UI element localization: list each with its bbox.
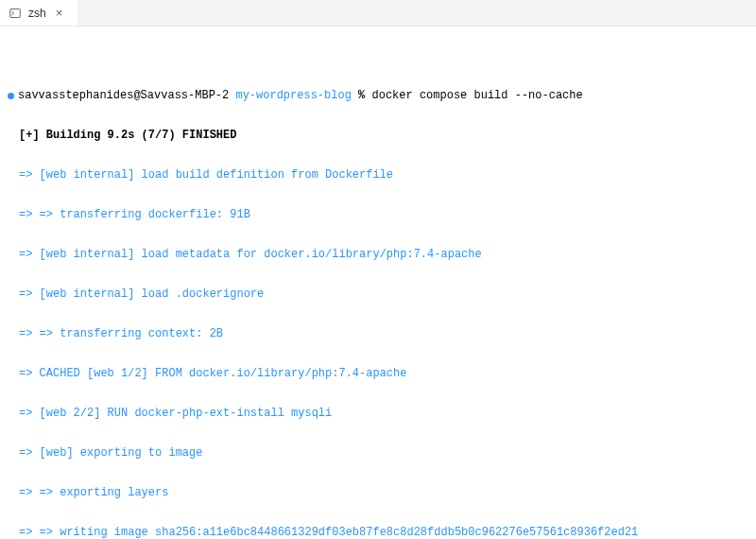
prompt-line-1: savvasstephanides@Savvass-MBP-2 my-wordp… [8,89,748,102]
build-line: => CACHED [web 1/2] FROM docker.io/libra… [8,367,748,380]
build-line: => [web internal] load metadata for dock… [8,248,748,261]
prompt-userhost: savvasstephanides@Savvass-MBP-2 [18,89,229,102]
tab-label: zsh [28,7,46,20]
build-header: [+] Building 9.2s (7/7) FINISHED [8,129,748,142]
terminal-output[interactable]: savvasstephanides@Savvass-MBP-2 my-wordp… [0,26,756,539]
prompt-dir: my-wordpress-blog [235,89,351,102]
tab-bar: zsh × [0,0,756,26]
build-line: => [web internal] load build definition … [8,168,748,182]
build-line: => => transferring dockerfile: 91B [8,208,748,221]
prompt-symbol: % [358,89,365,102]
build-line: => => transferring context: 2B [8,327,748,340]
build-line: => [web] exporting to image [8,446,748,460]
bullet-icon [8,93,14,99]
build-line: => [web 2/2] RUN docker-php-ext-install … [8,407,748,420]
tab-zsh[interactable]: zsh × [0,0,77,26]
prompt-command: docker compose build --no-cache [371,89,582,102]
build-line: => [web internal] load .dockerignore [8,287,748,301]
svg-rect-0 [10,9,21,17]
build-line: => => exporting layers [8,486,748,499]
terminal-icon [9,8,21,19]
build-line: => => writing image sha256:a11e6bc844866… [8,526,748,539]
close-icon[interactable]: × [54,6,65,20]
